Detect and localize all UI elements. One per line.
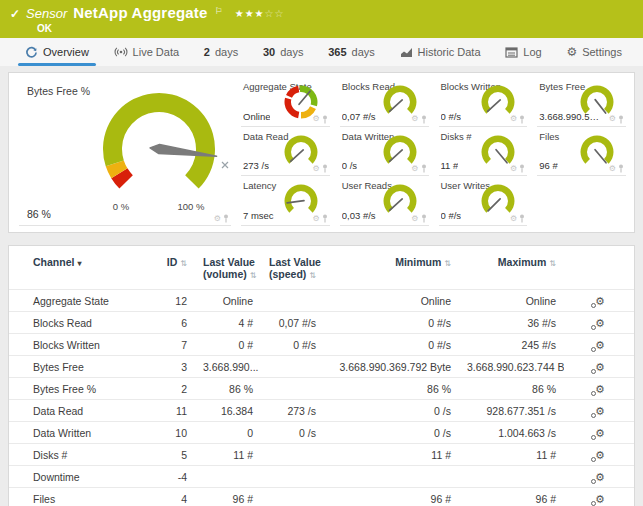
gauge-settings-gear-icon[interactable]: ⚙ [313,215,320,223]
gauge-settings-gear-icon[interactable]: ⚙ [411,215,418,223]
gauge-value: 0 #/s [441,210,462,221]
gauge-cell-user-writes[interactable]: User Writes0 #/s⚙ [439,176,528,226]
tab-label: days [280,46,303,58]
sort-toggle-icon[interactable]: ⇅ [549,259,556,268]
column-header-max[interactable]: Maximum⇅ [459,246,564,290]
sort-toggle-icon[interactable]: ⇅ [444,259,451,268]
gauge-pin-icon[interactable] [322,164,328,173]
gauge-settings-gear-icon[interactable]: ⚙ [214,215,221,223]
column-header-min[interactable]: Minimum⇅ [324,246,459,290]
stars-filled[interactable]: ★★★ [235,8,265,19]
cell-channel: Disks # [9,444,149,466]
gauge-value: 0 /s [342,160,357,171]
table-header-row: Channel▾ID⇅Last Value(volume)⇅Last Value… [9,246,635,290]
gauge-actions: ⚙ [313,214,328,223]
gauge-pin-icon[interactable] [519,115,525,124]
overview-icon [25,46,38,59]
tab-overview[interactable]: Overview [20,38,94,66]
gauge-cell-user-reads[interactable]: User Reads0,03 #/s⚙ [340,176,429,226]
gauge-settings-gear-icon[interactable]: ⚙ [313,165,320,173]
tab-historic-data[interactable]: Historic Data [395,38,486,66]
gauge-settings-gear-icon[interactable]: ⚙ [510,115,517,123]
tab-30-days[interactable]: 30days [258,38,309,66]
tab-settings[interactable]: ⚙Settings [561,38,627,66]
gauge-pin-icon[interactable] [322,214,328,223]
sort-toggle-icon[interactable]: ⇅ [250,271,257,280]
tab-live-data[interactable]: Live Data [109,38,184,66]
cell-max: 11 # [459,444,564,466]
gauge-cell-blocks-read[interactable]: Blocks Read0,07 #/s⚙ [340,77,429,127]
sort-desc-icon[interactable]: ▾ [77,259,81,268]
tab-2-days[interactable]: 2days [199,38,243,66]
gauge-pin-icon[interactable] [421,214,427,223]
channel-settings-gear-icon[interactable]: ⚙ [595,472,605,483]
channel-settings-gear-icon[interactable]: ⚙ [595,494,605,505]
channel-settings-gear-icon[interactable]: ⚙ [595,428,605,439]
channel-settings-gear-icon[interactable]: ⚙ [595,450,605,461]
tab-365-days[interactable]: 365days [323,38,380,66]
gauge-cell-blocks-written[interactable]: Blocks Written0 #/s⚙ [439,77,528,127]
main-gauge-cell[interactable]: Bytes Free % 0 % 100 % 86 % ⚙ [19,77,231,226]
cell-volume: 86 % [195,378,261,400]
gauge-cell-data-written[interactable]: Data Written0 /s⚙ [340,127,429,177]
gauge-pin-icon[interactable] [519,214,525,223]
cell-volume: 3.668.990... [195,356,261,378]
cell-id: 5 [149,444,195,466]
gauge-pin-icon[interactable] [421,115,427,124]
main-gauge-actions: ⚙ [214,214,229,223]
gauge-cell-bytes-free[interactable]: Bytes Free3.668.990.537.728 …⚙ [537,77,626,127]
gauge-settings-gear-icon[interactable]: ⚙ [313,115,320,123]
cell-volume: 4 # [195,312,261,334]
cell-speed [261,488,324,506]
main-gauge-title: Bytes Free % [27,85,90,97]
stars-empty[interactable]: ☆☆ [265,8,285,19]
channel-settings-gear-icon[interactable]: ⚙ [595,384,605,395]
gauge-actions: ⚙ [510,164,525,173]
channel-settings-gear-icon[interactable]: ⚙ [595,340,605,351]
channel-settings-gear-icon[interactable]: ⚙ [595,406,605,417]
column-header-channel[interactable]: Channel▾ [9,246,149,290]
live-data-icon [114,46,128,58]
cell-channel: Bytes Free % [9,378,149,400]
gauge-settings-gear-icon[interactable]: ⚙ [411,165,418,173]
gauge-settings-gear-icon[interactable]: ⚙ [510,165,517,173]
gauge-pin-icon[interactable] [223,214,229,223]
cell-channel: Blocks Read [9,312,149,334]
flag-icon[interactable]: ⚐ [215,4,223,19]
sort-toggle-icon[interactable]: ⇅ [309,271,316,280]
gauge-pin-icon[interactable] [322,115,328,124]
gauge-cell-disks[interactable]: Disks #11 #⚙ [439,127,528,177]
gauge-pin-icon[interactable] [519,164,525,173]
gauge-cell-aggregate-state[interactable]: Aggregate StateOnline⚙ [241,77,330,127]
column-header-volume[interactable]: Last Value(volume)⇅ [195,246,261,290]
tab-log[interactable]: Log [500,38,546,66]
cell-volume [195,466,261,488]
gauge-cell-files[interactable]: Files96 #⚙ [537,127,626,177]
tab-range-number: 365 [328,46,346,58]
gauge-pin-icon[interactable] [421,164,427,173]
gauge-actions: ⚙ [510,115,525,124]
gauge-actions: ⚙ [411,115,426,124]
channel-settings-gear-icon[interactable]: ⚙ [595,296,605,307]
priority-stars[interactable]: ★★★☆☆ [235,6,285,21]
gauge-title: Files [539,131,559,142]
gauge-cell-data-read[interactable]: Data Read273 /s⚙ [241,127,330,177]
gauge-settings-gear-icon[interactable]: ⚙ [510,215,517,223]
channel-settings-gear-icon[interactable]: ⚙ [595,318,605,329]
channel-settings-gear-icon[interactable]: ⚙ [595,362,605,373]
gauge-cell-latency[interactable]: Latency7 msec⚙ [241,176,330,226]
cell-min: 11 # [324,444,459,466]
gauge-settings-gear-icon[interactable]: ⚙ [609,115,616,123]
gauge-settings-gear-icon[interactable]: ⚙ [609,165,616,173]
sort-toggle-icon[interactable]: ⇅ [180,259,187,268]
gauge-settings-gear-icon[interactable]: ⚙ [411,115,418,123]
cell-min [324,466,459,488]
gauge-pin-icon[interactable] [618,164,624,173]
column-header-id[interactable]: ID⇅ [149,246,195,290]
gauge-title: Latency [243,180,276,191]
cell-speed: 0 #/s [261,334,324,356]
cell-id: -4 [149,466,195,488]
status-ok-check-icon: ✓ [10,7,20,22]
column-header-speed[interactable]: Last Value(speed)⇅ [261,246,324,290]
gauge-pin-icon[interactable] [618,115,624,124]
